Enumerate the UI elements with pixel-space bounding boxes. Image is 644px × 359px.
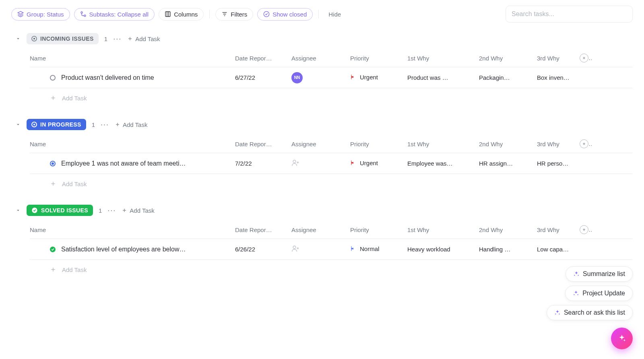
col-why2[interactable]: 2nd Why <box>479 55 537 62</box>
task-why2[interactable]: Handling … <box>479 246 537 253</box>
task-date[interactable]: 6/26/22 <box>235 246 291 253</box>
status-chip-label: SOLVED ISSUES <box>41 207 88 214</box>
task-date[interactable]: 6/27/22 <box>235 74 291 81</box>
table-row[interactable]: Product wasn't delivered on time 6/27/22… <box>30 67 633 88</box>
add-task-row[interactable]: Add Task <box>30 174 633 193</box>
check-circle-icon <box>31 207 38 214</box>
task-priority[interactable]: Urgent <box>350 74 407 82</box>
chevron-down-icon[interactable] <box>15 122 21 127</box>
assign-user-icon <box>291 245 299 253</box>
task-why1[interactable]: Product was … <box>407 74 479 81</box>
table-row[interactable]: Employee 1 was not aware of team meeti… … <box>30 153 633 174</box>
filter-icon <box>221 11 228 17</box>
add-task-row[interactable]: Add Task <box>30 260 633 279</box>
group-more-icon[interactable]: ··· <box>107 206 116 215</box>
subtasks-button[interactable]: Subtasks: Collapse all <box>74 8 155 21</box>
status-chip-incoming[interactable]: INCOMING ISSUES <box>27 33 99 44</box>
task-assignee[interactable]: NN <box>291 72 350 83</box>
status-chip-solved[interactable]: SOLVED ISSUES <box>27 205 93 216</box>
search-input[interactable] <box>506 6 633 23</box>
group-by-button[interactable]: Group: Status <box>11 8 70 21</box>
task-name[interactable]: Product wasn't delivered on time <box>61 74 154 81</box>
col-priority[interactable]: Priority <box>350 226 407 233</box>
col-why1[interactable]: 1st Why <box>407 141 479 147</box>
col-why3[interactable]: 3rd Why <box>537 55 580 62</box>
task-why2[interactable]: Packagin… <box>479 74 537 81</box>
col-why3[interactable]: 3rd Why <box>537 141 580 147</box>
add-column-button[interactable] <box>580 139 592 148</box>
col-why1[interactable]: 1st Why <box>407 55 479 62</box>
group-solved: SOLVED ISSUES 1 ··· Add Task Name Date R… <box>11 205 633 279</box>
assign-user-icon <box>291 159 299 167</box>
group-add-task-label: Add Task <box>130 207 154 214</box>
status-indicator-icon[interactable] <box>50 247 56 252</box>
col-priority[interactable]: Priority <box>350 55 407 62</box>
columns-button[interactable]: Columns <box>159 8 204 21</box>
task-priority[interactable]: Urgent <box>350 160 407 168</box>
col-priority[interactable]: Priority <box>350 141 407 147</box>
priority-label: Normal <box>360 245 379 252</box>
hide-button[interactable]: Hide <box>324 8 345 20</box>
group-more-icon[interactable]: ··· <box>113 35 122 43</box>
task-name-cell: Satisfaction level of employees are belo… <box>30 246 235 253</box>
plus-icon <box>50 266 56 273</box>
col-assignee[interactable]: Assignee <box>291 141 350 147</box>
task-table: Name Date Repor… Assignee Priority 1st W… <box>30 49 633 108</box>
ai-project-update-button[interactable]: Project Update <box>565 286 633 301</box>
task-assignee[interactable] <box>291 245 350 254</box>
status-indicator-icon[interactable] <box>50 75 56 81</box>
status-chip-label: INCOMING ISSUES <box>40 35 94 42</box>
chevron-down-icon[interactable] <box>15 208 21 213</box>
add-column-button[interactable] <box>580 54 592 62</box>
col-date[interactable]: Date Repor… <box>235 226 291 233</box>
col-why3[interactable]: 3rd Why <box>537 226 580 233</box>
group-add-task[interactable]: Add Task <box>122 207 154 214</box>
chevron-down-icon[interactable] <box>15 36 21 42</box>
ai-search-ask-button[interactable]: Search or ask this list <box>547 305 633 320</box>
col-name[interactable]: Name <box>30 141 235 147</box>
group-count: 1 <box>92 121 95 128</box>
col-date[interactable]: Date Repor… <box>235 141 291 147</box>
task-why1[interactable]: Heavy workload <box>407 246 479 253</box>
ai-summarize-button[interactable]: Summarize list <box>566 266 633 282</box>
task-why1[interactable]: Employee was… <box>407 160 479 167</box>
task-name[interactable]: Satisfaction level of employees are belo… <box>61 246 186 253</box>
ai-fab-button[interactable] <box>611 328 633 349</box>
layers-icon <box>17 11 24 17</box>
col-date[interactable]: Date Repor… <box>235 55 291 62</box>
group-more-icon[interactable]: ··· <box>101 120 109 129</box>
status-chip-in-progress[interactable]: IN PROGRESS <box>27 119 86 130</box>
status-indicator-icon[interactable] <box>50 161 56 166</box>
task-name[interactable]: Employee 1 was not aware of team meeti… <box>61 160 186 167</box>
group-add-task[interactable]: Add Task <box>127 35 160 42</box>
show-closed-label: Show closed <box>272 11 307 18</box>
table-row[interactable]: Satisfaction level of employees are belo… <box>30 239 633 260</box>
col-name[interactable]: Name <box>30 55 235 62</box>
task-why3[interactable]: Box inven… <box>537 74 580 81</box>
task-why3[interactable]: HR perso… <box>537 160 580 167</box>
col-assignee[interactable]: Assignee <box>291 226 350 233</box>
priority-label: Urgent <box>360 74 378 81</box>
ai-actions-tray: Summarize list Project Update Search or … <box>547 266 633 320</box>
task-assignee[interactable] <box>291 159 350 168</box>
col-why2[interactable]: 2nd Why <box>479 141 537 147</box>
sparkle-icon <box>554 309 561 316</box>
group-count: 1 <box>104 35 107 42</box>
task-priority[interactable]: Normal <box>350 245 407 253</box>
col-name[interactable]: Name <box>30 226 235 233</box>
show-closed-button[interactable]: Show closed <box>257 8 313 21</box>
flag-icon <box>350 160 356 166</box>
filters-button[interactable]: Filters <box>215 8 253 21</box>
add-column-button[interactable] <box>580 225 592 234</box>
task-date[interactable]: 7/2/22 <box>235 160 291 167</box>
group-add-task[interactable]: Add Task <box>115 121 147 128</box>
status-ring-icon <box>31 36 37 42</box>
col-why2[interactable]: 2nd Why <box>479 226 537 233</box>
task-why2[interactable]: HR assign… <box>479 160 537 167</box>
add-task-row[interactable]: Add Task <box>30 88 633 108</box>
col-assignee[interactable]: Assignee <box>291 55 350 62</box>
task-why3[interactable]: Low capa… <box>537 246 580 253</box>
col-why1[interactable]: 1st Why <box>407 226 479 233</box>
group-by-label: Group: Status <box>27 11 64 18</box>
plus-icon <box>115 122 120 127</box>
